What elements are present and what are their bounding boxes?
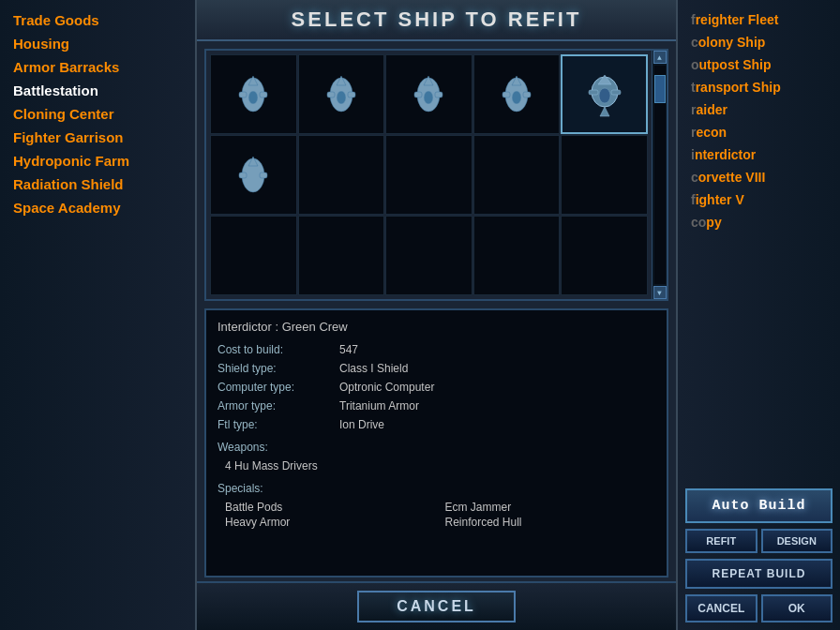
right-item-copy[interactable]: copy — [685, 212, 832, 232]
grid-cell-1-4[interactable] — [561, 135, 648, 215]
ftl-row: Ftl type: Ion Drive — [218, 418, 655, 431]
sidebar-item-space-academy[interactable]: Space Academy — [8, 197, 188, 218]
computer-row: Computer type: Optronic Computer — [218, 381, 655, 394]
scrollbar-track — [654, 66, 666, 284]
repeat-build-button[interactable]: REPEAT BUILD — [685, 559, 832, 589]
grid-cell-1-2[interactable] — [385, 135, 472, 215]
sidebar-item-radiation-shield[interactable]: Radiation Shield — [8, 173, 188, 195]
shield-row: Shield type: Class I Shield — [218, 362, 655, 375]
ship-icon-0-4 — [581, 71, 628, 118]
grid-cell-0-0[interactable] — [210, 54, 297, 134]
sidebar-item-battlestation[interactable]: Battlestation — [8, 80, 188, 101]
sidebar-item-cloning-center[interactable]: Cloning Center — [8, 103, 188, 125]
sidebar-item-housing[interactable]: Housing — [8, 33, 188, 54]
ship-grid-container: ▲ ▼ — [204, 49, 668, 301]
cost-value: 547 — [339, 343, 358, 356]
armor-label: Armor type: — [218, 399, 339, 412]
grid-cell-2-3[interactable] — [473, 216, 561, 295]
grid-cell-1-3[interactable] — [473, 135, 561, 215]
ship-icon-1-0 — [230, 152, 277, 199]
right-item-interdictor[interactable]: interdictor — [685, 144, 832, 165]
design-button[interactable]: DESIGN — [761, 529, 833, 553]
right-item-recon[interactable]: recon — [685, 122, 832, 142]
ship-info-title: Interdictor : Green Crew — [218, 320, 655, 334]
right-item-transport[interactable]: transport Ship — [685, 77, 832, 98]
ftl-label: Ftl type: — [218, 418, 339, 431]
sidebar-item-hydroponic-farm[interactable]: Hydroponic Farm — [8, 150, 188, 172]
cancel-bottom-button[interactable]: CANCEL — [685, 594, 758, 622]
svg-rect-12 — [414, 92, 422, 98]
grid-cell-2-1[interactable] — [298, 216, 385, 295]
weapons-section-title: Weapons: — [218, 441, 655, 454]
ship-icon-0-0 — [230, 71, 277, 118]
right-item-freighter[interactable]: freighter Fleet — [685, 9, 832, 30]
right-item-corvette[interactable]: corvette VIII — [685, 167, 832, 188]
bottom-bar: CANCEL — [197, 581, 676, 630]
grid-cell-1-0[interactable] — [210, 135, 297, 215]
right-item-raider[interactable]: raider — [685, 99, 832, 120]
svg-point-14 — [424, 91, 433, 104]
scrollbar-thumb[interactable] — [654, 75, 666, 103]
right-buttons: Auto Build REFIT DESIGN REPEAT BUILD CAN… — [678, 481, 840, 630]
left-sidebar: Trade Goods Housing Armor Barracks Battl… — [0, 0, 197, 630]
svg-rect-7 — [327, 92, 335, 98]
sidebar-item-fighter-garrison[interactable]: Fighter Garrison — [8, 127, 188, 148]
svg-rect-3 — [260, 92, 267, 98]
computer-label: Computer type: — [218, 381, 339, 394]
ship-grid — [206, 51, 652, 299]
ftl-value: Ion Drive — [339, 418, 384, 431]
specials-grid: Battle Pods Ecm Jammer Heavy Armor Reinf… — [218, 501, 655, 529]
scrollbar-up-btn[interactable]: ▲ — [653, 51, 667, 64]
ship-icon-0-2 — [405, 71, 452, 118]
auto-build-button[interactable]: Auto Build — [685, 488, 832, 523]
svg-rect-29 — [260, 172, 267, 178]
grid-scrollbar: ▲ ▼ — [652, 51, 667, 299]
grid-cell-2-4[interactable] — [561, 216, 648, 295]
cancel-main-button[interactable]: CANCEL — [357, 591, 516, 622]
shield-label: Shield type: — [218, 362, 339, 375]
svg-point-4 — [248, 91, 258, 104]
sidebar-item-armor-barracks[interactable]: Armor Barracks — [8, 56, 188, 78]
sidebar-item-trade-goods[interactable]: Trade Goods — [8, 9, 188, 31]
computer-value: Optronic Computer — [339, 381, 434, 394]
grid-cell-2-2[interactable] — [385, 216, 472, 295]
small-buttons-row: REFIT DESIGN — [685, 529, 832, 553]
ok-button[interactable]: OK — [761, 594, 833, 622]
svg-rect-2 — [239, 92, 247, 98]
grid-cell-0-2[interactable] — [385, 54, 472, 134]
refit-button[interactable]: REFIT — [685, 529, 758, 553]
grid-cell-0-1[interactable] — [298, 54, 385, 134]
right-item-colony[interactable]: colony Ship — [685, 32, 832, 52]
svg-marker-25 — [600, 107, 609, 116]
center-area: SELECT SHIP TO REFIT — [197, 0, 676, 630]
cost-label: Cost to build: — [218, 343, 339, 356]
armor-row: Armor type: Tritanium Armor — [218, 399, 655, 412]
special-1-right: Reinforced Hull — [438, 516, 656, 529]
special-0-left: Battle Pods — [218, 501, 436, 514]
svg-rect-23 — [611, 90, 621, 95]
specials-section-title: Specials: — [218, 482, 655, 495]
title-bar: SELECT SHIP TO REFIT — [197, 0, 676, 41]
right-item-fighter[interactable]: fighter V — [685, 189, 832, 210]
right-top: freighter Fleet colony Ship outpost Ship… — [678, 0, 840, 481]
svg-rect-13 — [435, 92, 442, 98]
grid-cell-0-4[interactable] — [561, 54, 648, 134]
right-item-outpost[interactable]: outpost Ship — [685, 54, 832, 75]
svg-rect-17 — [502, 92, 510, 98]
weapon-item-0: 4 Hu Mass Drivers — [218, 459, 655, 472]
special-0-right: Ecm Jammer — [438, 501, 656, 514]
grid-cell-1-1[interactable] — [298, 135, 385, 215]
svg-rect-8 — [348, 92, 355, 98]
bottom-buttons-row: CANCEL OK — [685, 594, 832, 622]
ship-icon-0-1 — [318, 71, 365, 118]
grid-cell-0-3[interactable] — [473, 54, 561, 134]
svg-point-19 — [512, 91, 521, 104]
scrollbar-down-btn[interactable]: ▼ — [653, 286, 667, 299]
right-sidebar: freighter Fleet colony Ship outpost Ship… — [676, 0, 840, 630]
dialog-title: SELECT SHIP TO REFIT — [292, 8, 582, 31]
shield-value: Class I Shield — [339, 362, 408, 375]
special-1-left: Heavy Armor — [218, 516, 436, 529]
svg-point-9 — [337, 91, 346, 104]
svg-rect-22 — [589, 90, 598, 95]
grid-cell-2-0[interactable] — [210, 216, 297, 295]
